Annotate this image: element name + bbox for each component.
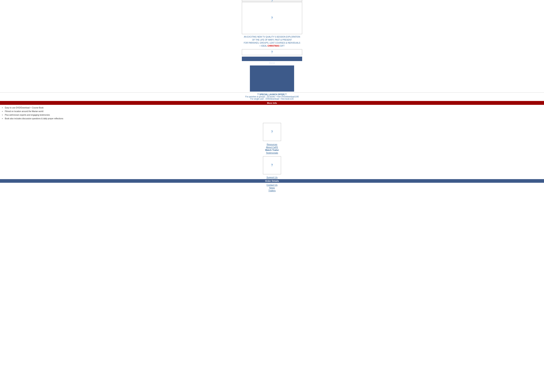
desc-line4: + IDEAL CHRISTMAS GIFT (242, 44, 302, 47)
launch-line2: For single-user - DVD/download + free bo… (0, 98, 544, 100)
desc-line4-highlight: CHRISTMAS (267, 45, 279, 47)
resources-link[interactable]: Resources (242, 143, 302, 146)
question-mark-icon-2: ? (271, 16, 273, 20)
desc-line4-prefix: + IDEAL (260, 45, 268, 47)
contact-us-link[interactable]: Contact Us (242, 184, 302, 186)
bottom-image-placeholder: ? (263, 156, 281, 174)
video-placeholder (250, 65, 294, 92)
desc-line2: OF THE LIFE OF MARY, PAST & PRESENT (242, 38, 302, 41)
bullet-item-3: Plus well-known experts and engaging tes… (2, 113, 542, 117)
description-block: AN EXCITING NEW TV QUALITY 5-SESSION EXP… (242, 35, 302, 47)
order-details-bar: Order Details (0, 179, 544, 183)
launch-banner: ** SPECIAL LAUNCH OFFER ** For parishes … (0, 92, 544, 101)
bullet-item-2: Filmed on location around the Marian wor… (2, 110, 542, 113)
launch-title: ** SPECIAL LAUNCH OFFER ** (0, 93, 544, 96)
bottom-nav-links: Contact Us News Trailers (242, 183, 302, 192)
trailers-link[interactable]: Trailers (242, 189, 302, 192)
order-details-label: Order Details (265, 180, 279, 182)
news-link[interactable]: News (242, 187, 302, 189)
desc-line1: AN EXCITING NEW TV QUALITY 5-SESSION EXP… (242, 35, 302, 38)
bullet-list: Easy to use DVD/Download + Course Book F… (0, 105, 544, 122)
mid-image-placeholder: ? (263, 123, 281, 141)
small-image-placeholder: ? (242, 49, 302, 55)
desc-line3: FOR PARISHES, GROUPS, LENT COURSES & IND… (242, 41, 302, 44)
question-mark-icon-3: ? (271, 50, 273, 54)
about-cafe-link[interactable]: About CaFE (242, 146, 302, 148)
top-border-image: ? (242, 0, 302, 2)
watch-trailer-link[interactable]: Watch Trailer (242, 149, 302, 151)
home-link[interactable]: Home (242, 62, 302, 64)
top-main-image: ? (242, 2, 302, 34)
page-wrapper: ? ? AN EXCITING NEW TV QUALITY 5-SESSION… (0, 0, 544, 193)
testimonials-link[interactable]: Testimonials (242, 152, 302, 154)
question-mark-icon-4: ? (271, 130, 273, 134)
bullet-item-4: Book also includes discussion questions … (2, 117, 542, 121)
middle-nav-links: Resources About CaFE Watch Trailer Testi… (242, 143, 302, 155)
nav-bar (242, 57, 302, 61)
more-info-label: More Info (267, 102, 277, 104)
more-info-bar[interactable]: More Info (0, 101, 544, 105)
desc-line4-suffix: GIFT (279, 45, 285, 47)
support-us-link[interactable]: Support Us (266, 176, 278, 179)
launch-line1: For parishes & groups - 20 books + free … (0, 96, 544, 98)
question-mark-icon-5: ? (271, 163, 273, 167)
bullet-item-1: Easy to use DVD/Download + Course Book (2, 106, 542, 110)
